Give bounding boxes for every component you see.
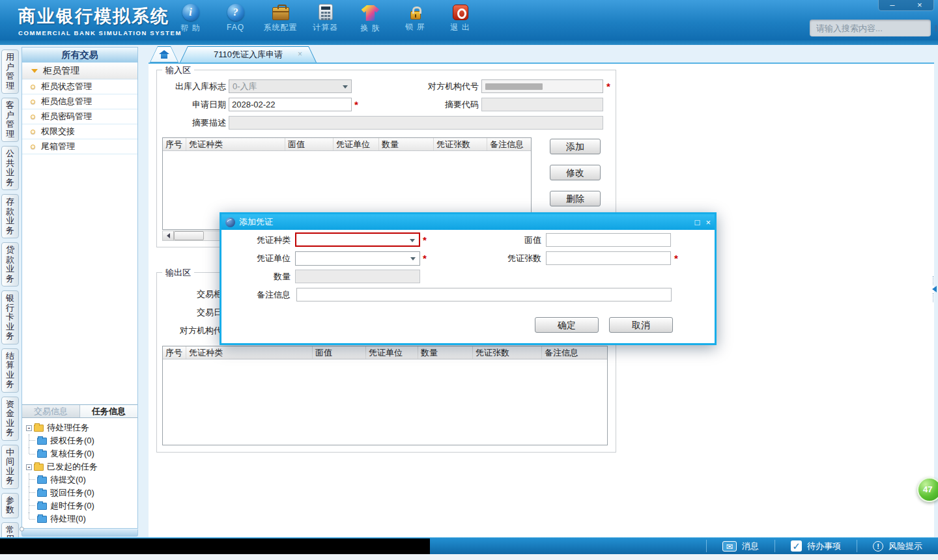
apply-date-label: 申请日期 bbox=[157, 98, 226, 111]
col-quantity: 数量 bbox=[418, 346, 473, 359]
business-nav-strip: 用户管理 客户管理 公共业务 存款业务 贷款业务 银行卡业务 结算业务 资金业务… bbox=[1, 49, 20, 560]
voucher-type-select[interactable] bbox=[295, 232, 420, 247]
close-window-button[interactable]: × bbox=[912, 1, 928, 10]
tree-item-auth-tasks[interactable]: 授权任务(0) bbox=[25, 434, 137, 447]
folder-icon bbox=[37, 451, 47, 458]
sidebar-item-authority-handover[interactable]: 权限交接 bbox=[22, 124, 137, 139]
add-button[interactable]: 添加 bbox=[550, 139, 601, 154]
tab-trade-info[interactable]: 交易信息 bbox=[22, 405, 80, 417]
tab-7110-voucher-inbound[interactable]: 7110凭证入库申请 × bbox=[180, 46, 317, 63]
dropdown-caret-icon bbox=[410, 239, 415, 245]
nav-tab-intermediate-business[interactable]: 中间业务 bbox=[1, 445, 19, 489]
tree-connector bbox=[29, 486, 35, 499]
org-code-input[interactable] bbox=[481, 79, 603, 93]
voucher-unit-select[interactable] bbox=[295, 251, 420, 266]
flag-label: 出库入库标志 bbox=[157, 79, 226, 93]
folder-icon bbox=[37, 438, 47, 445]
dialog-close-button[interactable]: × bbox=[705, 218, 711, 227]
messages-button[interactable]: ✉ 消息 bbox=[707, 538, 775, 554]
nav-tab-bankcard-business[interactable]: 银行卡业务 bbox=[1, 290, 19, 344]
minimize-button[interactable]: – bbox=[885, 1, 900, 10]
tree-item-pending[interactable]: 待处理(0) bbox=[25, 512, 137, 525]
panel-collapse-handle[interactable] bbox=[930, 276, 936, 302]
bullet-icon bbox=[31, 85, 35, 89]
search-icon[interactable] bbox=[935, 25, 937, 32]
app-title: 商业银行模拟系统 bbox=[18, 5, 182, 28]
org-code-label: 对方机构代号 bbox=[405, 79, 479, 93]
sidebar-item-label: 权限交接 bbox=[41, 126, 75, 137]
tree-group-pending-tasks[interactable]: - 待处理任务 bbox=[25, 421, 137, 434]
messages-label: 消息 bbox=[742, 540, 759, 552]
sidebar-item-cashbox-mgmt[interactable]: 尾箱管理 bbox=[22, 139, 137, 154]
mail-icon: ✉ bbox=[722, 541, 737, 552]
floating-counter-badge[interactable]: 47 bbox=[917, 477, 938, 502]
tshirt-icon bbox=[362, 5, 380, 21]
nav-tab-user-mgmt[interactable]: 用户管理 bbox=[1, 49, 19, 94]
todo-button[interactable]: ✓ 待办事项 bbox=[775, 538, 857, 554]
output-table-header: 序号 凭证种类 面值 凭证单位 数量 凭证张数 备注信息 bbox=[163, 346, 607, 359]
faq-button[interactable]: ? FAQ bbox=[213, 4, 258, 34]
risk-alert-label: 风险提示 bbox=[888, 540, 922, 552]
ok-button[interactable]: 确定 bbox=[535, 317, 599, 333]
dialog-titlebar[interactable]: 添加凭证 □ × bbox=[221, 214, 715, 230]
search-input[interactable] bbox=[810, 23, 935, 33]
scroll-left-icon bbox=[164, 233, 170, 238]
nav-tab-settlement-business[interactable]: 结算业务 bbox=[1, 348, 19, 393]
collapse-box-icon[interactable]: - bbox=[26, 464, 32, 470]
nav-tab-loan-business[interactable]: 贷款业务 bbox=[1, 242, 19, 287]
tree-item-timeout-tasks[interactable]: 超时任务(0) bbox=[25, 499, 137, 512]
header-divider bbox=[0, 40, 938, 45]
sidebar-item-teller-password[interactable]: 柜员密码管理 bbox=[22, 109, 137, 124]
app-header: 商业银行模拟系统 COMMERCIAL BANK SIMULATION SYST… bbox=[0, 0, 938, 40]
folder-icon bbox=[37, 490, 47, 497]
apply-date-input[interactable] bbox=[229, 98, 352, 111]
tree-connector bbox=[29, 499, 35, 512]
nav-tab-deposit-business[interactable]: 存款业务 bbox=[1, 194, 19, 238]
required-marker: * bbox=[354, 98, 358, 111]
flag-select[interactable]: 0-入库 bbox=[229, 79, 352, 93]
app-window: 商业银行模拟系统 COMMERCIAL BANK SIMULATION SYST… bbox=[0, 0, 938, 560]
col-voucher-count: 凭证张数 bbox=[473, 346, 542, 359]
help-button[interactable]: i 帮 助 bbox=[168, 4, 213, 34]
nav-tab-parameters[interactable]: 参数 bbox=[1, 493, 19, 518]
cancel-button[interactable]: 取消 bbox=[609, 317, 673, 333]
dialog-maximize-button[interactable]: □ bbox=[695, 218, 700, 227]
nav-tab-funds-business[interactable]: 资金业务 bbox=[1, 397, 19, 441]
face-value-input[interactable] bbox=[546, 233, 671, 247]
tree-item-label: 待提交(0) bbox=[50, 474, 86, 486]
lock-screen-button[interactable]: 锁 屏 bbox=[393, 4, 438, 34]
tree-item-rejected-tasks[interactable]: 驳回任务(0) bbox=[25, 486, 137, 499]
face-value-label: 面值 bbox=[498, 233, 541, 247]
system-config-button[interactable]: 系统配置 bbox=[258, 4, 303, 34]
voucher-unit-label: 凭证单位 bbox=[248, 251, 291, 265]
sidebar-footer bbox=[21, 529, 138, 537]
calculator-button[interactable]: 计算器 bbox=[303, 4, 348, 34]
required-marker: * bbox=[423, 233, 427, 247]
change-skin-button[interactable]: 换 肤 bbox=[348, 4, 393, 34]
sidebar-item-teller-status[interactable]: 柜员状态管理 bbox=[22, 79, 137, 94]
collapse-box-icon[interactable]: - bbox=[26, 425, 32, 431]
sidebar-item-teller-info[interactable]: 柜员信息管理 bbox=[22, 94, 137, 109]
remark-input[interactable] bbox=[296, 288, 672, 301]
exit-button[interactable]: 退 出 bbox=[438, 4, 483, 34]
tree-item-review-tasks[interactable]: 复核任务(0) bbox=[25, 447, 137, 460]
scrollbar-thumb[interactable] bbox=[174, 231, 204, 240]
nav-tab-customer-mgmt[interactable]: 客户管理 bbox=[1, 98, 19, 142]
todo-checkbox-icon: ✓ bbox=[791, 540, 802, 552]
nav-tab-public-business[interactable]: 公共业务 bbox=[1, 146, 19, 190]
tree-item-to-submit[interactable]: 待提交(0) bbox=[25, 473, 137, 486]
help-icon: i bbox=[182, 4, 199, 21]
delete-button[interactable]: 删除 bbox=[550, 191, 601, 206]
required-marker: * bbox=[423, 251, 427, 265]
tab-home[interactable] bbox=[150, 46, 178, 63]
bullet-icon bbox=[31, 115, 35, 119]
voucher-count-input[interactable] bbox=[546, 251, 671, 265]
header-toolbar: i 帮 助 ? FAQ 系统配置 计算器 换 肤 锁 屏 bbox=[168, 4, 483, 34]
scroll-left-button[interactable] bbox=[163, 231, 174, 240]
tab-close-icon[interactable]: × bbox=[298, 49, 302, 59]
risk-alert-button[interactable]: ! 风险提示 bbox=[857, 538, 938, 554]
tree-group-initiated-tasks[interactable]: - 已发起的任务 bbox=[25, 460, 137, 473]
resize-grip[interactable] bbox=[20, 527, 24, 531]
tab-task-info[interactable]: 任务信息 bbox=[80, 405, 137, 417]
modify-button[interactable]: 修改 bbox=[550, 165, 601, 180]
